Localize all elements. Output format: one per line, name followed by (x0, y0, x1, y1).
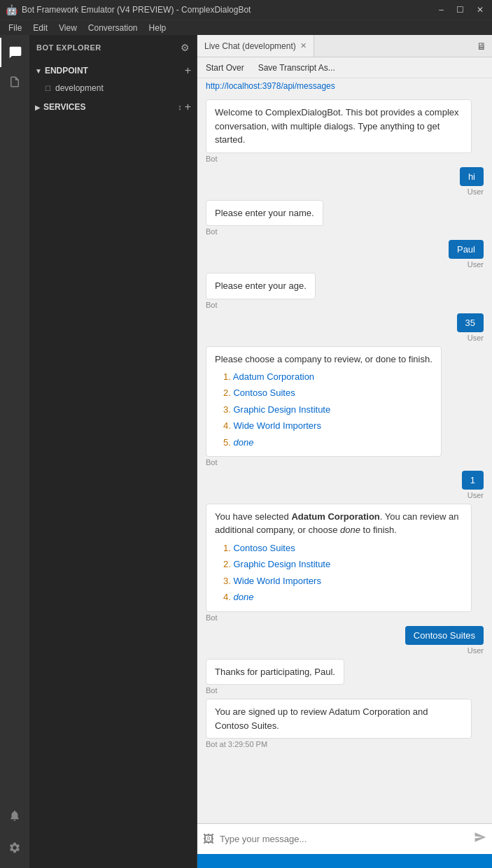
chat-input-bar: 🖼 (197, 823, 492, 854)
msg-label-time: Bot at 3:29:50 PM (206, 740, 267, 748)
rich-prefix: You have selected (215, 511, 291, 522)
menu-edit[interactable]: Edit (27, 20, 53, 35)
endpoint-label: ENDPOINT (45, 66, 185, 76)
services-label: SERVICES (43, 102, 178, 112)
msg-user-35: 35 User (206, 313, 484, 342)
menu-help[interactable]: Help (143, 20, 172, 35)
bubble-bot-rich: You have selected Adatum Corporation. Yo… (206, 504, 472, 612)
rich-italic: done (340, 525, 360, 535)
minimize-button[interactable]: – (436, 5, 447, 15)
services-sort-icon[interactable]: ↕ (178, 103, 182, 111)
bottom-bar (197, 854, 492, 868)
menu-view[interactable]: View (53, 20, 83, 35)
company-list-2: 1. Contoso Suites 2. Graphic Design Inst… (215, 540, 463, 606)
msg-label-9: User (468, 646, 484, 655)
sidebar-title: BOT EXPLORER (36, 43, 101, 52)
bubble-user-paul: Paul (449, 240, 484, 259)
endpoint-add-icon[interactable]: + (185, 65, 191, 76)
msg-bot-thanks: Thanks for participating, Paul. Bot (206, 659, 484, 695)
send-button[interactable] (474, 831, 486, 847)
monitor-icon[interactable]: 🖥 (477, 41, 486, 52)
bubble-user-1: 1 (462, 471, 484, 490)
bell-icon[interactable] (0, 801, 29, 830)
development-label: development (55, 83, 104, 93)
bubble-bot-thanks: Thanks for participating, Paul. (206, 659, 344, 685)
chat-input[interactable] (220, 834, 468, 844)
menu-file[interactable]: File (3, 20, 27, 35)
services-arrow-icon: ▶ (35, 104, 41, 111)
chat-tab-live[interactable]: Live Chat (development) ✕ (197, 35, 314, 57)
msg-label-5: User (468, 334, 484, 342)
chat-area-wrapper: Live Chat (development) ✕ 🖥 Start Over S… (197, 35, 492, 868)
company-list-intro: Please choose a company to review, or do… (215, 353, 433, 367)
msg-bot-rich: You have selected Adatum Corporation. Yo… (206, 504, 484, 622)
list-item: 4. done (223, 589, 463, 605)
rich-bold: Adatum Corporation (291, 511, 379, 522)
sidebar-item-development[interactable]: ☐ development (29, 80, 197, 97)
sidebar-services-header[interactable]: ▶ SERVICES ↕ + (29, 98, 197, 116)
close-button[interactable]: ✕ (474, 5, 486, 15)
start-over-button[interactable]: Start Over (203, 62, 247, 74)
msg-label-3: User (468, 260, 484, 269)
bubble-user-contoso: Contoso Suites (405, 626, 484, 645)
bubble-bot-age: Please enter your age. (206, 273, 316, 299)
title-bar-text: Bot Framework Emulator (V4 PREVIEW) - Co… (22, 5, 251, 15)
list-item: 2. Graphic Design Institute (223, 556, 463, 572)
services-add-icon[interactable]: + (185, 101, 191, 113)
sidebar-gear-icon[interactable]: ⚙ (181, 42, 190, 53)
menu-bar: File Edit View Conversation Help (0, 20, 492, 35)
image-upload-icon[interactable]: 🖼 (203, 833, 214, 846)
list-item: 1. Contoso Suites (223, 540, 463, 556)
msg-label-4: Bot (206, 301, 218, 309)
msg-bot-name: Please enter your name. Bot (206, 200, 484, 236)
development-icon: ☐ (45, 85, 51, 92)
bubble-bot-welcome: Welcome to ComplexDialogBot. This bot pr… (206, 99, 472, 153)
signedup-text: You are signed up to review Adatum Corpo… (215, 705, 463, 732)
rich-text: You have selected Adatum Corporation. Yo… (215, 510, 463, 537)
list-item: 3. Wide World Importers (223, 573, 463, 589)
list-item: 4. Wide World Importers (223, 418, 433, 434)
list-item: 2. Contoso Suites (223, 385, 433, 401)
chat-icon[interactable] (0, 38, 29, 67)
endpoint-arrow-icon: ▼ (35, 67, 42, 75)
bubble-bot-name: Please enter your name. (206, 200, 323, 227)
settings-icon[interactable] (0, 833, 29, 862)
sidebar-header: BOT EXPLORER ⚙ (29, 35, 197, 60)
msg-label-2: Bot (206, 227, 218, 236)
chat-tab-close-icon[interactable]: ✕ (300, 41, 307, 50)
document-icon[interactable] (0, 67, 29, 97)
list-item: 1. Adatum Corporation (223, 369, 433, 385)
left-icons-bottom (0, 801, 29, 868)
msg-label-10: Bot (206, 686, 218, 695)
msg-label-7: User (468, 491, 484, 499)
left-icon-bar (0, 35, 29, 868)
msg-bot-signedup: You are signed up to review Adatum Corpo… (206, 699, 484, 748)
bubble-user-hi: hi (460, 167, 484, 186)
list-item: 3. Graphic Design Institute (223, 401, 433, 418)
company-list-1: 1. Adatum Corporation 2. Contoso Suites … (215, 369, 433, 450)
rich-suffix2: to finish. (360, 525, 397, 535)
msg-user-hi: hi User (206, 167, 484, 196)
bubble-bot-signedup: You are signed up to review Adatum Corpo… (206, 699, 472, 739)
msg-bot-companylist: Please choose a company to review, or do… (206, 346, 484, 467)
app-icon: 🤖 (6, 4, 17, 15)
msg-label-6: Bot (206, 458, 218, 467)
bubble-user-35: 35 (457, 313, 484, 332)
title-bar-controls: – ☐ ✕ (436, 5, 486, 15)
chat-messages: Welcome to ComplexDialogBot. This bot pr… (197, 94, 492, 823)
maximize-button[interactable]: ☐ (454, 5, 467, 15)
main-content: BOT EXPLORER ⚙ ▼ ENDPOINT + ☐ developmen… (0, 35, 492, 868)
msg-user-1: 1 User (206, 471, 484, 499)
chat-tabs: Live Chat (development) ✕ 🖥 (197, 35, 492, 57)
title-bar: 🤖 Bot Framework Emulator (V4 PREVIEW) - … (0, 0, 492, 20)
sidebar-endpoint-header[interactable]: ▼ ENDPOINT + (29, 62, 197, 80)
msg-label-1: User (468, 187, 484, 196)
chat-url: http://localhost:3978/api/messages (197, 78, 492, 94)
msg-bot-welcome: Welcome to ComplexDialogBot. This bot pr… (206, 99, 484, 163)
sidebar: BOT EXPLORER ⚙ ▼ ENDPOINT + ☐ developmen… (29, 35, 197, 868)
msg-user-paul: Paul User (206, 240, 484, 269)
menu-conversation[interactable]: Conversation (83, 20, 143, 35)
chat-tab-label: Live Chat (development) (204, 41, 296, 51)
msg-user-contoso: Contoso Suites User (206, 626, 484, 655)
save-transcript-button[interactable]: Save Transcript As... (255, 62, 338, 74)
